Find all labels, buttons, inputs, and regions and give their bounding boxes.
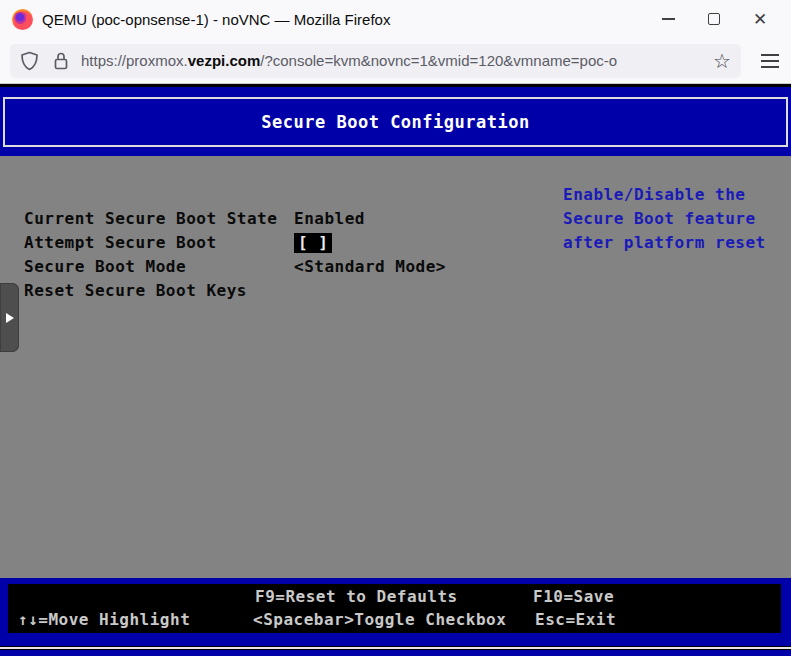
maximize-icon xyxy=(708,13,720,25)
hint-f9-reset: F9=Reset to Defaults xyxy=(255,587,458,607)
help-text-line-3: after platform reset xyxy=(563,233,766,253)
firefox-window: QEMU (poc-opnsense-1) - noVNC — Mozilla … xyxy=(0,0,791,656)
maximize-button[interactable] xyxy=(691,4,737,34)
hint-move-highlight: ↑↓=Move Highlight xyxy=(18,610,190,630)
key-hints-box: F9=Reset to Defaults F10=Save ↑↓=Move Hi… xyxy=(8,584,781,633)
navigation-bar: https://proxmox.vezpi.com/?console=kvm&n… xyxy=(0,38,791,84)
help-text-line-1: Enable/Disable the xyxy=(563,185,745,205)
bios-header: Secure Boot Configuration xyxy=(0,87,791,156)
hint-esc-exit: Esc=Exit xyxy=(535,610,616,630)
url-text[interactable]: https://proxmox.vezpi.com/?console=kvm&n… xyxy=(81,52,707,69)
option-value-secure-boot-mode[interactable]: <Standard Mode> xyxy=(294,257,446,277)
minimize-button[interactable] xyxy=(645,4,691,34)
window-title: QEMU (poc-opnsense-1) - noVNC — Mozilla … xyxy=(42,11,645,28)
option-value-current-state: Enabled xyxy=(294,209,365,229)
option-label-reset-keys[interactable]: Reset Secure Boot Keys xyxy=(24,281,247,301)
url-path: /?console=kvm&novnc=1&vmid=120&vmname=po… xyxy=(260,52,617,69)
hint-spacebar-toggle: <Spacebar>Toggle Checkbox xyxy=(253,610,506,630)
bookmark-star-icon[interactable]: ☆ xyxy=(713,51,731,71)
url-domain: vezpi.com xyxy=(188,52,261,69)
lock-icon[interactable] xyxy=(53,51,69,71)
novnc-control-bar-handle[interactable] xyxy=(0,283,19,352)
window-titlebar: QEMU (poc-opnsense-1) - noVNC — Mozilla … xyxy=(0,0,791,38)
option-label-current-state: Current Secure Boot State xyxy=(24,209,277,229)
shield-icon[interactable] xyxy=(20,51,39,71)
footer-separator xyxy=(0,646,791,650)
url-scheme: https://proxmox. xyxy=(81,52,188,69)
attempt-secure-boot-checkbox[interactable]: [ ] xyxy=(294,233,332,253)
url-bar[interactable]: https://proxmox.vezpi.com/?console=kvm&n… xyxy=(10,44,741,78)
bios-page-title: Secure Boot Configuration xyxy=(3,97,788,147)
menu-hamburger-icon[interactable] xyxy=(757,50,783,72)
expand-arrow-icon xyxy=(6,313,14,323)
firefox-icon xyxy=(12,9,33,30)
window-controls: ✕ xyxy=(645,4,783,34)
novnc-canvas[interactable]: Secure Boot Configuration Current Secure… xyxy=(0,84,791,656)
close-icon: ✕ xyxy=(753,11,767,28)
bios-body: Current Secure Boot State Enabled Attemp… xyxy=(0,156,791,578)
help-text-line-2: Secure Boot feature xyxy=(563,209,756,229)
bios-footer: F9=Reset to Defaults F10=Save ↑↓=Move Hi… xyxy=(0,578,791,656)
option-label-attempt-secure-boot[interactable]: Attempt Secure Boot xyxy=(24,233,217,253)
hint-f10-save: F10=Save xyxy=(533,587,614,607)
option-label-secure-boot-mode[interactable]: Secure Boot Mode xyxy=(24,257,186,277)
minimize-icon xyxy=(662,18,675,20)
close-button[interactable]: ✕ xyxy=(737,4,783,34)
